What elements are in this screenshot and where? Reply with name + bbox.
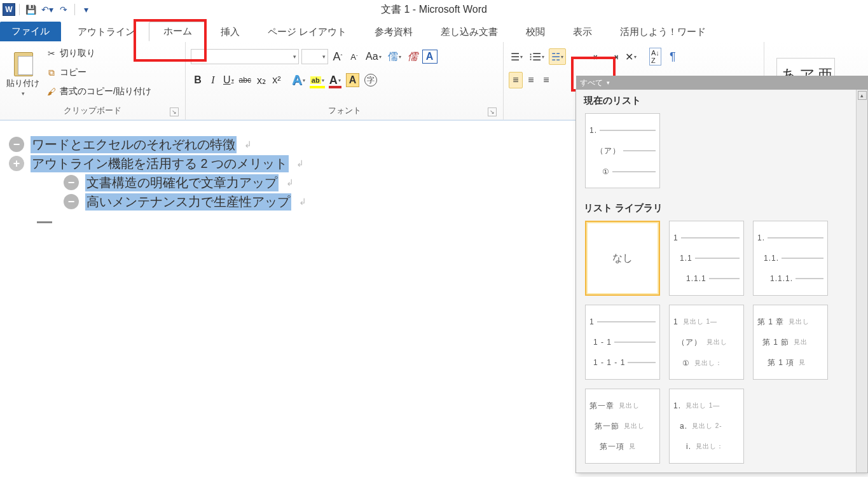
strikethrough-button[interactable]: abc xyxy=(237,72,253,88)
clipboard-launcher[interactable]: ↘ xyxy=(170,107,179,116)
paste-button[interactable]: 貼り付け ▾ xyxy=(5,45,41,100)
align-left-button[interactable]: ≡ xyxy=(509,72,523,88)
gallery-item[interactable]: 第 1 章見出し 第 1 節見出 第 1 項見 xyxy=(753,305,828,380)
collapse-icon[interactable]: − xyxy=(9,137,24,152)
gallery-scrollbar[interactable]: ▴ xyxy=(856,90,867,473)
multilevel-list-button[interactable]: ☵ xyxy=(549,48,566,65)
group-clipboard: 貼り付け ▾ ✂ 切り取り ⧉ コピー 🖌 書式のコピー/貼り付け クリップボー xyxy=(0,42,186,120)
outline-text: ワードとエクセルのそれぞれの特徴 xyxy=(31,136,237,153)
tab-page-layout[interactable]: ページ レイアウト xyxy=(254,23,361,41)
font-launcher[interactable]: ↘ xyxy=(488,107,497,116)
tab-addins[interactable]: 活用しよう！ワード xyxy=(606,23,720,41)
gallery-filter-bar[interactable]: すべて xyxy=(576,76,868,90)
tab-review[interactable]: 校閲 xyxy=(512,23,559,41)
undo-button[interactable]: ↶▾ xyxy=(40,3,54,17)
underline-button[interactable]: U xyxy=(221,72,236,88)
font-color-button[interactable]: A xyxy=(327,72,343,88)
gallery-item[interactable]: 1 1 - 1 1 - 1 - 1 xyxy=(585,305,660,380)
change-case-button[interactable]: Aa xyxy=(364,48,383,65)
separator xyxy=(74,4,75,15)
outline-text: 高いメンテナンス力で生産性アップ xyxy=(85,193,291,211)
copy-icon: ⧉ xyxy=(46,67,57,78)
tab-view[interactable]: 表示 xyxy=(559,23,606,41)
phonetic-guide-button[interactable]: 儒 xyxy=(386,48,403,65)
tab-outline[interactable]: アウトライン xyxy=(64,23,149,41)
paste-icon xyxy=(11,48,34,76)
gallery-section-current: 現在のリスト xyxy=(576,90,867,109)
gallery-item[interactable]: 1. 1.1. 1.1.1. xyxy=(753,221,828,296)
increase-indent-button[interactable]: ⇥ xyxy=(607,48,621,65)
format-painter-label: 書式のコピー/貼り付け xyxy=(60,86,151,97)
expand-icon[interactable]: + xyxy=(9,156,24,171)
paste-label: 貼り付け xyxy=(6,78,39,89)
quick-access-toolbar: W 💾 ↶▾ ↷ ▾ xyxy=(3,3,93,17)
scissors-icon: ✂ xyxy=(46,48,57,59)
gallery-item-none[interactable]: なし xyxy=(585,221,660,296)
cut-label: 切り取り xyxy=(60,48,95,59)
word-app-icon: W xyxy=(3,3,15,16)
text-cursor xyxy=(37,221,52,223)
tab-insert[interactable]: 挿入 xyxy=(207,23,254,41)
char-border-button[interactable]: A xyxy=(422,50,437,64)
scroll-up-button[interactable]: ▴ xyxy=(858,91,867,100)
numbering-button[interactable]: ⁝☰ xyxy=(527,48,546,65)
copy-button[interactable]: ⧉ コピー xyxy=(43,64,154,81)
align-center-button[interactable]: ≡ xyxy=(524,72,538,88)
cut-button[interactable]: ✂ 切り取り xyxy=(43,45,154,62)
subscript-button[interactable]: x₂ xyxy=(254,72,268,88)
outline-text: 文書構造の明確化で文章力アップ xyxy=(85,174,279,191)
align-right-button[interactable]: ≡ xyxy=(539,72,553,88)
title-bar: W 💾 ↶▾ ↷ ▾ 文書 1 - Microsoft Word xyxy=(0,0,868,19)
document-title: 文書 1 - Microsoft Word xyxy=(381,3,487,17)
enclose-chars-button[interactable]: 字 xyxy=(362,72,379,88)
sort-button[interactable]: A↓Z xyxy=(647,48,663,65)
gallery-current-item[interactable]: 1. （ア） ① xyxy=(585,113,660,188)
clear-formatting-button[interactable]: 儒 xyxy=(406,48,420,65)
show-marks-button[interactable]: ¶ xyxy=(666,48,680,65)
gallery-section-library: リスト ライブラリ xyxy=(576,197,867,217)
grow-font-button[interactable]: Aˆ xyxy=(331,48,345,65)
gallery-item[interactable]: 1見出し 1— （ア）見出し ①見出し： xyxy=(669,305,744,380)
ribbon-tabs: ファイル アウトライン ホーム 挿入 ページ レイアウト 参考資料 差し込み文書… xyxy=(0,19,868,42)
collapse-icon[interactable]: − xyxy=(64,175,79,190)
qat-customize-button[interactable]: ▾ xyxy=(79,3,93,17)
gallery-item[interactable]: 1.見出し 1— a.見出し 2- i.見出し： xyxy=(669,389,744,464)
asian-layout-button[interactable]: ✕ xyxy=(623,48,638,65)
shrink-font-button[interactable]: Aˇ xyxy=(347,48,361,65)
italic-button[interactable]: I xyxy=(206,72,220,88)
format-painter-button[interactable]: 🖌 書式のコピー/貼り付け xyxy=(43,83,154,100)
font-group-label: フォント ↘ xyxy=(191,104,498,118)
copy-label: コピー xyxy=(60,67,86,78)
text-effects-button[interactable]: A xyxy=(290,72,307,88)
font-name-combo[interactable] xyxy=(191,49,299,64)
clipboard-group-label: クリップボード ↘ xyxy=(5,104,180,118)
bullets-button[interactable]: ☰ xyxy=(509,48,525,65)
tab-references[interactable]: 参考資料 xyxy=(361,23,427,41)
bold-button[interactable]: B xyxy=(191,72,205,88)
char-shading-button[interactable]: A xyxy=(344,72,362,88)
multilevel-list-gallery: すべて ▴ 現在のリスト 1. （ア） ① リスト ライブラリ なし 1 1.1… xyxy=(575,89,868,473)
highlight-button[interactable]: ab xyxy=(308,72,326,88)
gallery-item[interactable]: 第一章見出し 第一節見出し 第一項見 xyxy=(585,389,660,464)
tab-mailings[interactable]: 差し込み文書 xyxy=(427,23,512,41)
group-font: Aˆ Aˇ Aa 儒 儒 A B I U abc x₂ x² A ab xyxy=(186,42,504,120)
redo-button[interactable]: ↷ xyxy=(57,3,71,17)
superscript-button[interactable]: x² xyxy=(270,72,284,88)
font-size-combo[interactable] xyxy=(301,49,328,64)
collapse-icon[interactable]: − xyxy=(64,194,79,209)
gallery-item[interactable]: 1 1.1 1.1.1 xyxy=(669,221,744,296)
save-button[interactable]: 💾 xyxy=(24,3,38,17)
separator xyxy=(19,4,20,15)
outline-text: アウトライン機能を活用する 2 つのメリット xyxy=(31,155,289,172)
tab-home[interactable]: ホーム xyxy=(149,22,207,41)
tab-file[interactable]: ファイル xyxy=(0,22,61,41)
decrease-indent-button[interactable]: ⇤ xyxy=(590,48,604,65)
brush-icon: 🖌 xyxy=(46,86,57,97)
